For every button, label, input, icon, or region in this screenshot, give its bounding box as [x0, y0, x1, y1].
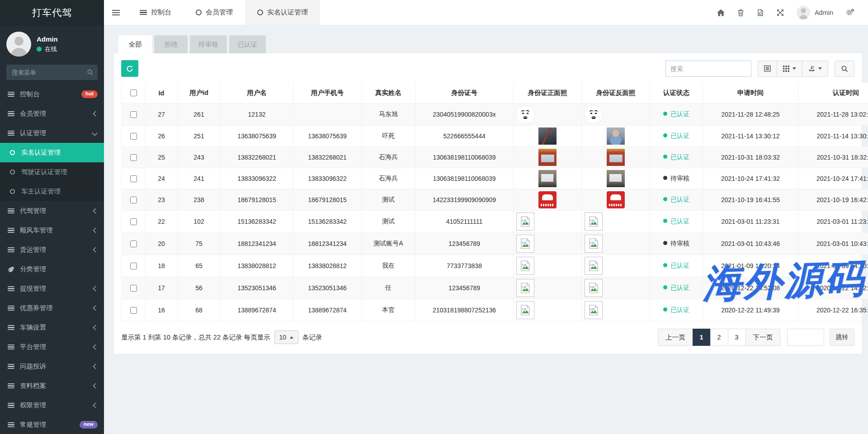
admin-menu[interactable]: Admin [797, 6, 833, 19]
filter-tab-已认证[interactable]: 已认证 [229, 35, 266, 53]
row-checkbox[interactable] [130, 133, 137, 140]
filter-tab-待审核[interactable]: 待审核 [190, 35, 227, 53]
column-header-申请时间[interactable]: 申请时间 [703, 83, 798, 104]
sidebar-search-input[interactable] [6, 65, 98, 80]
page-button-1[interactable]: 1 [693, 329, 711, 346]
export-button[interactable] [802, 61, 828, 77]
column-header-真实姓名[interactable]: 真实姓名 [362, 83, 415, 104]
circle-icon [196, 9, 202, 15]
idcard-front-photo[interactable] [516, 212, 534, 231]
idcard-front-photo[interactable] [538, 149, 557, 166]
tab-实名认证管理[interactable]: 实名认证管理 [245, 0, 320, 25]
row-checkbox[interactable] [130, 197, 137, 203]
columns-button[interactable] [777, 61, 802, 77]
filter-tab-全部[interactable]: 全部 [118, 35, 152, 53]
row-checkbox[interactable] [130, 175, 137, 182]
list-icon [8, 364, 14, 369]
row-checkbox[interactable] [130, 307, 137, 314]
settings-gears-icon[interactable] [846, 9, 854, 16]
row-checkbox[interactable] [130, 154, 137, 161]
page-button-2[interactable]: 2 [710, 329, 728, 346]
refresh-button[interactable] [121, 60, 138, 77]
search-icon[interactable] [87, 69, 94, 77]
sidebar-item-控制台[interactable]: 控制台hot [0, 85, 104, 104]
sidebar-item-提现管理[interactable]: 提现管理 [0, 279, 104, 298]
cell-verify-time: 2021-11-28 13:02:26 [798, 104, 868, 126]
toggle-view-button[interactable] [758, 61, 777, 77]
advanced-search-button[interactable] [835, 61, 854, 77]
row-checkbox[interactable] [130, 111, 137, 118]
idcard-back-photo[interactable] [585, 212, 603, 231]
row-checkbox[interactable] [130, 263, 137, 269]
sidebar-toggle-icon[interactable] [104, 0, 127, 25]
idcard-back-photo[interactable] [585, 279, 603, 297]
idcard-back-photo[interactable] [607, 127, 625, 145]
home-icon[interactable] [717, 9, 725, 16]
idcard-back-photo[interactable] [607, 191, 625, 208]
jump-button[interactable]: 跳转 [830, 329, 854, 346]
column-header-用户id[interactable]: 用户id [178, 83, 221, 104]
column-header-身份证正面照[interactable]: 身份证正面照 [514, 83, 582, 104]
column-header-用户手机号[interactable]: 用户手机号 [293, 83, 362, 104]
sidebar-item-权限管理[interactable]: 权限管理 [0, 396, 104, 415]
fullscreen-icon[interactable] [777, 9, 784, 16]
sidebar-item-平台管理[interactable]: 平台管理 [0, 337, 104, 357]
idcard-front-photo[interactable] [538, 170, 557, 187]
sidebar-item-顺风车管理[interactable]: 顺风车管理 [0, 221, 104, 240]
cell-idcard-front [514, 104, 582, 126]
cell-status: 已认证 [650, 104, 703, 126]
idcard-back-photo[interactable] [607, 170, 625, 187]
sidebar-item-资料档案[interactable]: 资料档案 [0, 376, 104, 396]
sidebar-item-车辆设置[interactable]: 车辆设置 [0, 318, 104, 337]
idcard-front-photo[interactable] [516, 257, 534, 275]
sidebar-item-驾驶证认证管理[interactable]: 驾驶证认证管理 [0, 162, 104, 182]
idcard-front-photo[interactable] [516, 235, 534, 253]
sidebar-item-会员管理[interactable]: 会员管理 [0, 104, 104, 123]
idcard-front-photo[interactable] [516, 279, 534, 297]
sidebar-item-实名认证管理[interactable]: 实名认证管理 [0, 143, 104, 162]
page-button-3[interactable]: 3 [728, 329, 746, 346]
chevron-left-icon [93, 111, 99, 117]
sidebar-item-分类管理[interactable]: 分类管理 [0, 259, 104, 279]
column-header-身份证号[interactable]: 身份证号 [415, 83, 514, 104]
sidebar-item-车主认证管理[interactable]: 车主认证管理 [0, 182, 104, 201]
idcard-front-photo[interactable] [538, 191, 557, 208]
idcard-back-photo[interactable] [585, 105, 603, 123]
sidebar-item-问题投诉[interactable]: 问题投诉 [0, 357, 104, 376]
column-header-Id[interactable]: Id [146, 83, 178, 104]
user-name: Admin [37, 35, 58, 43]
page-size-select[interactable]: 10 [274, 330, 299, 344]
tab-控制台[interactable]: 控制台 [127, 0, 184, 25]
sidebar-item-货运管理[interactable]: 货运管理 [0, 240, 104, 259]
column-header-认证状态[interactable]: 认证状态 [650, 83, 703, 104]
trash-icon[interactable] [737, 9, 744, 16]
sidebar-item-代驾管理[interactable]: 代驾管理 [0, 201, 104, 221]
tab-会员管理[interactable]: 会员管理 [184, 0, 245, 25]
idcard-front-photo[interactable] [516, 301, 534, 319]
filter-tab-拒绝[interactable]: 拒绝 [154, 35, 188, 53]
sidebar-item-认证管理[interactable]: 认证管理 [0, 123, 104, 143]
column-header-认证时间[interactable]: 认证时间 [798, 83, 868, 104]
row-checkbox[interactable] [130, 285, 137, 292]
idcard-front-photo[interactable] [538, 127, 557, 145]
sidebar-item-优惠券管理[interactable]: 优惠券管理 [0, 298, 104, 318]
row-checkbox[interactable] [130, 218, 137, 225]
row-checkbox[interactable] [130, 241, 137, 247]
select-all-checkbox[interactable] [130, 90, 137, 96]
chevron-down-icon [92, 130, 98, 136]
sidebar-item-常规管理[interactable]: 常规管理new [0, 415, 104, 434]
jump-page-input[interactable] [787, 329, 824, 346]
idcard-front-photo[interactable] [516, 105, 534, 123]
prev-page-button[interactable]: 上一页 [658, 329, 693, 346]
column-header-用户名[interactable]: 用户名 [221, 83, 293, 104]
list-icon [8, 286, 14, 292]
idcard-back-photo[interactable] [585, 301, 603, 319]
idcard-back-photo[interactable] [585, 235, 603, 253]
next-page-button[interactable]: 下一页 [745, 329, 781, 346]
cell-id: 26 [146, 126, 178, 147]
idcard-back-photo[interactable] [585, 257, 603, 275]
table-search-input[interactable] [665, 61, 751, 77]
column-header-身份证反面照[interactable]: 身份证反面照 [582, 83, 650, 104]
idcard-back-photo[interactable] [607, 149, 625, 166]
clear-cache-icon[interactable] [757, 9, 764, 16]
